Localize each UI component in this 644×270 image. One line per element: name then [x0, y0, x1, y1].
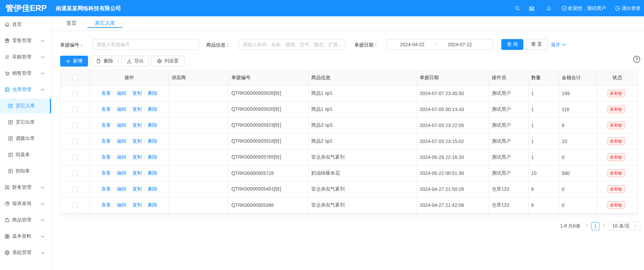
svg-text:?: ?	[636, 57, 638, 62]
